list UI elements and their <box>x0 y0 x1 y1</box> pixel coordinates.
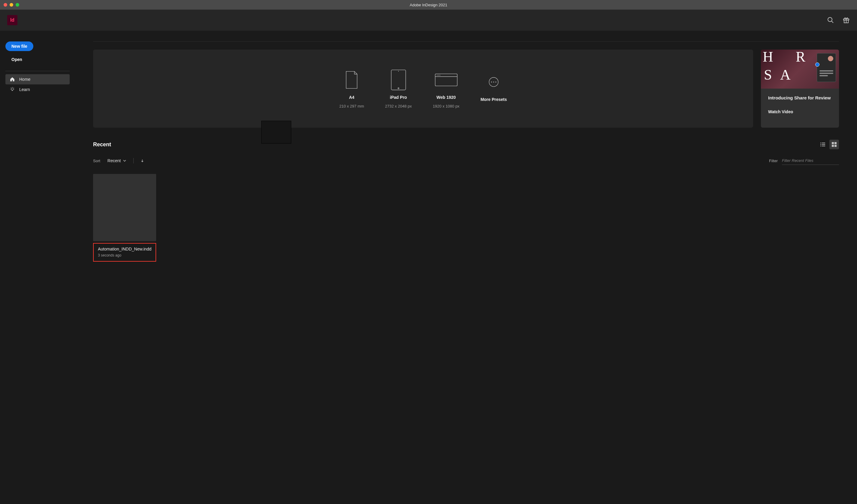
svg-point-22 <box>493 81 494 82</box>
svg-point-5 <box>11 88 14 90</box>
filter-label: Filter <box>769 158 778 163</box>
svg-rect-33 <box>835 145 837 147</box>
recent-grid: Automation_INDD_New.indd 3 seconds ago <box>93 174 839 262</box>
svg-point-13 <box>398 71 399 71</box>
search-icon[interactable] <box>827 17 834 24</box>
window-controls <box>0 3 19 6</box>
svg-point-18 <box>438 75 439 75</box>
sidebar-item-label: Learn <box>19 87 30 92</box>
recent-item-time: 3 seconds ago <box>98 253 151 257</box>
chevron-down-icon <box>123 159 126 162</box>
svg-rect-26 <box>820 144 821 145</box>
promo-image: H R S A <box>761 50 839 89</box>
svg-line-10 <box>11 87 11 88</box>
view-toggle <box>818 140 839 149</box>
svg-rect-29 <box>822 146 825 146</box>
preset-label: iPad Pro <box>390 95 407 100</box>
preset-web-1920[interactable]: Web 1920 1920 x 1080 px <box>433 69 459 108</box>
svg-rect-32 <box>832 145 834 147</box>
recent-heading: Recent <box>93 141 111 148</box>
list-view-button[interactable] <box>818 140 827 149</box>
svg-point-14 <box>398 88 399 89</box>
toolbar-actions <box>827 17 850 24</box>
home-icon <box>10 77 15 82</box>
floating-placeholder <box>261 121 291 144</box>
svg-rect-28 <box>820 146 821 146</box>
preset-sub: 210 x 297 mm <box>339 104 364 108</box>
sidebar: New file Open Home Learn <box>0 31 75 504</box>
sidebar-item-label: Home <box>19 77 30 82</box>
svg-rect-24 <box>820 143 821 143</box>
preset-label: A4 <box>349 95 354 100</box>
tablet-icon <box>386 69 410 91</box>
more-icon <box>482 71 506 93</box>
svg-rect-27 <box>822 144 825 145</box>
new-file-button[interactable]: New file <box>5 41 33 51</box>
promo-card[interactable]: H R S A Introducing Share for Review Wat… <box>761 50 839 128</box>
svg-line-1 <box>832 21 834 23</box>
gift-icon[interactable] <box>843 17 850 24</box>
sidebar-divider <box>5 71 70 71</box>
grid-view-button[interactable] <box>829 140 839 149</box>
preset-sub: 1920 x 1080 px <box>433 104 459 108</box>
maximize-window-icon[interactable] <box>16 3 19 6</box>
preset-a4[interactable]: A4 210 x 297 mm <box>339 69 364 108</box>
lightbulb-icon <box>10 87 15 92</box>
sort-dropdown[interactable]: Recent <box>107 158 126 163</box>
preset-more[interactable]: More Presets <box>481 71 507 106</box>
preset-panel: A4 210 x 297 mm iPad Pro 2732 x 2048 px <box>93 50 753 128</box>
filter-input[interactable] <box>782 156 839 165</box>
svg-rect-15 <box>435 73 457 86</box>
open-button[interactable]: Open <box>5 55 28 64</box>
promo-title: Introducing Share for Review <box>768 95 832 100</box>
svg-rect-31 <box>835 142 837 144</box>
recent-item-name: Automation_INDD_New.indd <box>98 247 151 251</box>
top-toolbar: Id <box>0 10 857 31</box>
sort-label: Sort <box>93 158 100 163</box>
svg-point-21 <box>491 81 492 82</box>
promo-cta[interactable]: Watch Video <box>768 109 832 114</box>
close-window-icon[interactable] <box>4 3 7 6</box>
app-logo: Id <box>7 15 17 25</box>
svg-point-0 <box>828 17 832 22</box>
sort-value: Recent <box>107 158 121 163</box>
minimize-window-icon[interactable] <box>10 3 13 6</box>
content-area: A4 210 x 297 mm iPad Pro 2732 x 2048 px <box>75 31 857 504</box>
window-title: Adobe InDesign 2021 <box>409 3 447 7</box>
preset-label: More Presets <box>481 97 507 102</box>
recent-item[interactable]: Automation_INDD_New.indd 3 seconds ago <box>93 174 156 262</box>
svg-point-23 <box>495 81 497 82</box>
svg-rect-30 <box>832 142 834 144</box>
divider <box>133 158 134 163</box>
svg-point-17 <box>437 75 437 75</box>
recent-thumbnail <box>93 174 156 241</box>
preset-sub: 2732 x 2048 px <box>385 104 412 108</box>
preset-ipad-pro[interactable]: iPad Pro 2732 x 2048 px <box>385 69 412 108</box>
svg-point-19 <box>439 75 440 75</box>
sort-direction-button[interactable] <box>141 158 144 163</box>
content-divider <box>93 41 839 42</box>
svg-rect-12 <box>391 70 406 90</box>
document-icon <box>340 69 364 91</box>
title-bar: Adobe InDesign 2021 <box>0 0 857 10</box>
highlight-annotation: Automation_INDD_New.indd 3 seconds ago <box>93 243 156 262</box>
svg-rect-25 <box>822 143 825 143</box>
preset-label: Web 1920 <box>437 95 456 100</box>
sidebar-item-learn[interactable]: Learn <box>5 84 70 95</box>
sidebar-item-home[interactable]: Home <box>5 74 70 84</box>
browser-icon <box>434 69 458 91</box>
